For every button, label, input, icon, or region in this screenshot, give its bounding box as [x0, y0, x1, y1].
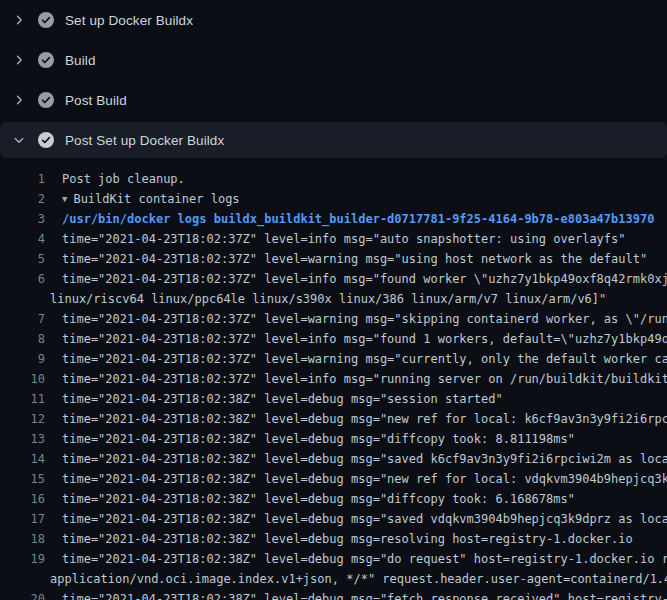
log-line: 20 time="2021-04-23T18:02:38Z" level=deb…	[0, 589, 667, 600]
log-text: time="2021-04-23T18:02:38Z" level=debug …	[45, 549, 667, 569]
log-line: 1 Post job cleanup.	[0, 169, 667, 189]
log-line: 12 time="2021-04-23T18:02:38Z" level=deb…	[0, 409, 667, 429]
line-number[interactable]: 6	[0, 269, 45, 289]
log-line-wrapped: linux/riscv64 linux/ppc64le linux/s390x …	[0, 289, 667, 309]
log-line: 16 time="2021-04-23T18:02:38Z" level=deb…	[0, 489, 667, 509]
log-text: time="2021-04-23T18:02:37Z" level=warnin…	[45, 349, 667, 369]
log-text: time="2021-04-23T18:02:37Z" level=warnin…	[45, 249, 647, 269]
step-label: Build	[65, 53, 96, 68]
line-number[interactable]: 17	[0, 509, 45, 529]
log-line: 10 time="2021-04-23T18:02:37Z" level=inf…	[0, 369, 667, 389]
line-number[interactable]: 3	[0, 209, 45, 229]
line-number[interactable]: 10	[0, 369, 45, 389]
line-number[interactable]: 5	[0, 249, 45, 269]
log-text: time="2021-04-23T18:02:37Z" level=info m…	[45, 329, 667, 349]
log-line: 15 time="2021-04-23T18:02:38Z" level=deb…	[0, 469, 667, 489]
log-line: 7 time="2021-04-23T18:02:37Z" level=warn…	[0, 309, 667, 329]
log-text: linux/riscv64 linux/ppc64le linux/s390x …	[0, 289, 606, 309]
step-row-post-build[interactable]: Post Build	[0, 80, 667, 120]
check-circle-icon	[38, 12, 54, 28]
log-line: 5 time="2021-04-23T18:02:37Z" level=warn…	[0, 249, 667, 269]
log-text: time="2021-04-23T18:02:37Z" level=info m…	[45, 369, 667, 389]
line-number[interactable]: 7	[0, 309, 45, 329]
line-number[interactable]: 2	[0, 189, 45, 209]
line-number[interactable]: 9	[0, 349, 45, 369]
log-line: 17 time="2021-04-23T18:02:38Z" level=deb…	[0, 509, 667, 529]
log-text: time="2021-04-23T18:02:38Z" level=debug …	[45, 389, 503, 409]
line-number[interactable]: 12	[0, 409, 45, 429]
log-line: 18 time="2021-04-23T18:02:38Z" level=deb…	[0, 529, 667, 549]
line-number[interactable]: 15	[0, 469, 45, 489]
step-label: Set up Docker Buildx	[65, 13, 193, 28]
check-circle-icon	[38, 92, 54, 108]
job-steps-list: Set up Docker Buildx Build Post Build Po…	[0, 0, 667, 158]
check-circle-icon	[38, 52, 54, 68]
line-number[interactable]: 19	[0, 549, 45, 569]
log-text: Post job cleanup.	[45, 169, 185, 189]
log-text: time="2021-04-23T18:02:38Z" level=debug …	[45, 489, 575, 509]
log-text: time="2021-04-23T18:02:38Z" level=debug …	[45, 589, 667, 600]
log-line: 9 time="2021-04-23T18:02:37Z" level=warn…	[0, 349, 667, 369]
line-number[interactable]: 1	[0, 169, 45, 189]
chevron-right-icon	[12, 53, 26, 67]
log-line-command: 3 /usr/bin/docker logs buildx_buildkit_b…	[0, 209, 667, 229]
log-line: 11 time="2021-04-23T18:02:38Z" level=deb…	[0, 389, 667, 409]
log-panel: 1 Post job cleanup. 2 ▼ BuildKit contain…	[0, 160, 667, 600]
log-line: 4 time="2021-04-23T18:02:37Z" level=info…	[0, 229, 667, 249]
line-number[interactable]: 4	[0, 229, 45, 249]
log-text: time="2021-04-23T18:02:38Z" level=debug …	[45, 469, 667, 489]
line-number[interactable]: 14	[0, 449, 45, 469]
log-line: 19 time="2021-04-23T18:02:38Z" level=deb…	[0, 549, 667, 569]
step-row-build[interactable]: Build	[0, 40, 667, 80]
line-number[interactable]: 20	[0, 589, 45, 600]
step-label: Post Build	[65, 93, 127, 108]
log-text: time="2021-04-23T18:02:38Z" level=debug …	[45, 449, 667, 469]
log-line-wrapped: application/vnd.oci.image.index.v1+json,…	[0, 569, 667, 589]
log-text: time="2021-04-23T18:02:38Z" level=debug …	[45, 509, 667, 529]
log-line: 6 time="2021-04-23T18:02:37Z" level=info…	[0, 269, 667, 289]
step-row-set-up-docker-buildx[interactable]: Set up Docker Buildx	[0, 0, 667, 40]
line-number[interactable]: 11	[0, 389, 45, 409]
log-text: time="2021-04-23T18:02:38Z" level=debug …	[45, 429, 575, 449]
log-line: 13 time="2021-04-23T18:02:38Z" level=deb…	[0, 429, 667, 449]
log-text: time="2021-04-23T18:02:37Z" level=info m…	[45, 229, 626, 249]
chevron-right-icon	[12, 93, 26, 107]
group-expanded-triangle-icon[interactable]: ▼	[45, 189, 67, 209]
chevron-down-icon	[12, 133, 26, 147]
log-text: application/vnd.oci.image.index.v1+json,…	[0, 569, 667, 589]
line-number[interactable]: 13	[0, 429, 45, 449]
line-number[interactable]: 8	[0, 329, 45, 349]
log-group-toggle[interactable]: 2 ▼ BuildKit container logs	[0, 189, 667, 209]
chevron-right-icon	[12, 13, 26, 27]
step-label: Post Set up Docker Buildx	[65, 133, 224, 148]
log-text: time="2021-04-23T18:02:38Z" level=debug …	[45, 409, 667, 429]
line-number[interactable]: 18	[0, 529, 45, 549]
log-line: 8 time="2021-04-23T18:02:37Z" level=info…	[0, 329, 667, 349]
line-number[interactable]: 16	[0, 489, 45, 509]
log-command-text: /usr/bin/docker logs buildx_buildkit_bui…	[45, 209, 654, 229]
log-text: time="2021-04-23T18:02:38Z" level=debug …	[45, 529, 633, 549]
log-group-title[interactable]: BuildKit container logs	[67, 189, 239, 209]
log-text: time="2021-04-23T18:02:37Z" level=warnin…	[45, 309, 667, 329]
log-text: time="2021-04-23T18:02:37Z" level=info m…	[45, 269, 667, 289]
check-circle-icon	[38, 132, 54, 148]
step-row-post-set-up-docker-buildx[interactable]: Post Set up Docker Buildx	[0, 122, 667, 158]
log-line: 14 time="2021-04-23T18:02:38Z" level=deb…	[0, 449, 667, 469]
